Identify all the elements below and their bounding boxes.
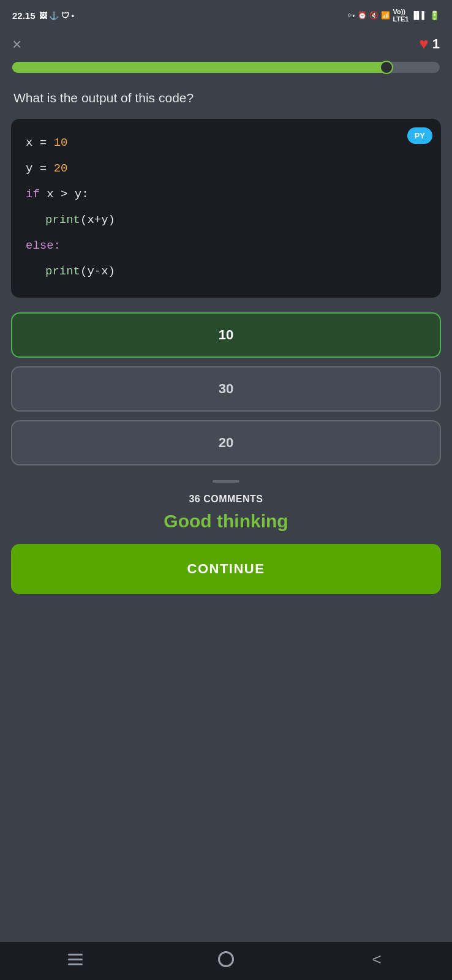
feedback-message: Good thinking: [164, 511, 288, 532]
time-display: 22.15: [12, 10, 36, 21]
progress-bar-fill: [12, 62, 388, 73]
status-bar: 22.15 🖼 ⚓ 🛡 • 🗝 ⏰ 🔇 📶 Vo))LTE1 ▐▌▌ 🔋: [0, 0, 452, 29]
code-line-3: if x > y:: [26, 183, 426, 206]
py-badge: PY: [407, 127, 432, 144]
wifi-icon: 📶: [381, 11, 390, 20]
code-line-1: x = 10: [26, 131, 426, 154]
nav-menu-button[interactable]: [57, 947, 94, 971]
progress-dot: [380, 61, 393, 74]
question-section: What is the output of this code?: [0, 83, 452, 119]
feedback-area: 36 COMMENTS Good thinking: [0, 472, 452, 544]
key-icon: 🗝: [348, 11, 355, 20]
feedback-divider: [213, 480, 239, 483]
menu-bars-icon: [68, 954, 83, 965]
code-line-2: y = 20: [26, 157, 426, 180]
signal-bars: ▐▌▌: [411, 11, 427, 20]
bottom-nav-bar: <: [0, 942, 452, 980]
status-time: 22.15 🖼 ⚓ 🛡 •: [12, 10, 74, 21]
close-button[interactable]: ×: [12, 36, 21, 52]
question-text: What is the output of this code?: [13, 91, 194, 105]
top-nav: × ♥ 1: [0, 29, 452, 58]
option-10-value: 10: [219, 327, 233, 342]
option-30-value: 30: [219, 381, 233, 396]
progress-bar-background: [12, 62, 440, 73]
lives-count: 1: [432, 36, 440, 52]
comments-label: 36 COMMENTS: [189, 494, 263, 505]
back-chevron-icon: <: [372, 950, 381, 969]
code-block-container: PY x = 10 y = 20 if x > y: print(x+y) el…: [11, 119, 441, 298]
option-20[interactable]: 20: [11, 420, 441, 466]
battery-icon: 🔋: [429, 10, 440, 20]
code-line-4: print(x+y): [26, 208, 426, 232]
option-20-value: 20: [219, 435, 233, 450]
code-line-6: print(y-x): [26, 260, 426, 283]
option-30[interactable]: 30: [11, 366, 441, 412]
status-right-icons: 🗝 ⏰ 🔇 📶 Vo))LTE1 ▐▌▌ 🔋: [348, 8, 440, 23]
home-circle-icon: [218, 951, 234, 967]
signal-text: Vo))LTE1: [393, 8, 409, 23]
code-line-5: else:: [26, 234, 426, 257]
alarm-icon: ⏰: [358, 11, 367, 20]
mute-icon: 🔇: [369, 11, 379, 20]
nav-back-button[interactable]: <: [358, 947, 395, 971]
lives-container: ♥ 1: [419, 34, 440, 53]
status-icons: 🖼 ⚓ 🛡 •: [39, 11, 74, 20]
nav-home-button[interactable]: [208, 947, 244, 971]
options-container: 10 30 20: [0, 312, 452, 466]
option-10[interactable]: 10: [11, 312, 441, 358]
progress-container: [0, 58, 452, 83]
heart-icon: ♥: [419, 34, 428, 53]
continue-button[interactable]: CONTINUE: [11, 544, 441, 594]
code-block: x = 10 y = 20 if x > y: print(x+y) else:…: [26, 131, 426, 283]
